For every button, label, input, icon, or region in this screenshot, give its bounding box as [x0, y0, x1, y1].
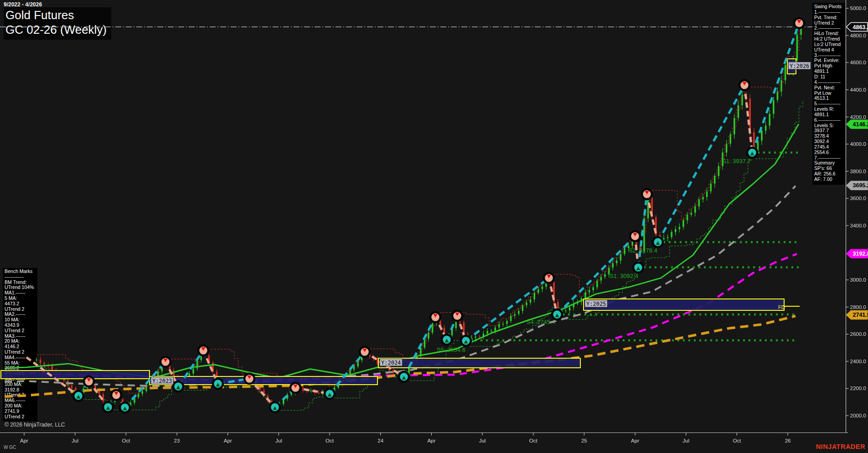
- price-tick-label: 2600.0: [850, 331, 866, 337]
- swing-pivots-line: Lo:2 UTrend: [814, 42, 845, 47]
- chart-canvas[interactable]: S1: 3937.7S2: 3278.4S1: 3092.4S4: 2745.4…: [0, 0, 868, 453]
- swing-pivots-line: 6.--------------: [814, 118, 845, 123]
- price-tick-label: 4000.0: [850, 141, 866, 147]
- copyright-text: © 2026 NinjaTrader, LLC: [5, 422, 65, 428]
- price-tick-label: 3800.0: [850, 169, 866, 174]
- price-tick-label: 5000.0: [850, 5, 866, 11]
- support-level-label: S1: 3937.7: [722, 158, 751, 165]
- time-tick-label: Jul: [479, 438, 486, 443]
- time-tick-label: 24: [377, 438, 383, 443]
- trail-stop-line: [36, 16, 803, 393]
- price-tick-label: 3600.0: [850, 196, 866, 201]
- price-badge-value: 3192.8: [853, 251, 868, 257]
- time-tick-label: Oct: [122, 438, 130, 443]
- time-tick-label: Oct: [733, 438, 741, 443]
- swing-up-leg: [466, 278, 549, 341]
- time-axis-labels[interactable]: AprJulOct23AprJulOct24AprJulOct25AprJulO…: [20, 433, 790, 443]
- ma-line: [5, 316, 796, 396]
- swing-pivots-line: 2554.6: [814, 150, 845, 155]
- price-tick-label: 4200.0: [850, 114, 866, 120]
- price-badge-value: 3695.2: [853, 182, 868, 189]
- time-tick-label: Apr: [224, 438, 232, 443]
- swing-pivots-panel: Swing Pivots1.--------------Pvt. Trend:U…: [812, 3, 845, 185]
- support-level-label: S2: 3278.4: [629, 247, 657, 254]
- time-tick-label: Jul: [275, 438, 282, 443]
- price-tick-label: 3400.0: [850, 223, 866, 228]
- swing-pivots-line: UTrend 4: [814, 47, 845, 53]
- swing-pivots-line: Pvt. Trend:: [814, 15, 845, 21]
- year-box-label: Y:2025: [586, 301, 606, 307]
- time-tick-label: Apr: [20, 438, 28, 443]
- price-tick-label: 2200.0: [850, 386, 866, 391]
- year-box[interactable]: [584, 299, 784, 310]
- support-level-label: S1: 3092.4: [610, 273, 638, 279]
- year-box-label: Y:2023: [152, 378, 172, 384]
- time-tick-label: Jul: [682, 438, 689, 443]
- price-tick-label: 4600.0: [850, 60, 866, 65]
- candlesticks: [36, 21, 802, 408]
- instrument-tag: W GC: [4, 445, 16, 450]
- time-tick-label: Oct: [529, 438, 538, 443]
- time-tick-label: Apr: [631, 438, 639, 443]
- swing-pivots-line: AF: 7.00: [814, 177, 845, 182]
- ninjatrader-logo: NINJATRADER: [816, 443, 865, 450]
- year-box-label: Y:2024: [381, 360, 401, 366]
- swing-pivots-line: 4891.1: [814, 112, 845, 118]
- swing-down-leg: [744, 85, 752, 153]
- swing-pivots-line: Pvt. Next:: [814, 85, 845, 91]
- price-tick-label: 3000.0: [850, 277, 866, 283]
- price-tick-label: 4400.0: [850, 87, 866, 93]
- time-tick-label: Oct: [326, 438, 334, 443]
- price-axis-labels[interactable]: 5000.04800.04600.04400.04200.04000.03800…: [846, 5, 866, 418]
- year-range-boxes: [1, 59, 796, 385]
- time-tick-label: 25: [581, 438, 587, 443]
- year-box[interactable]: [1, 371, 150, 379]
- time-tick-label: 23: [174, 438, 180, 443]
- price-tick-label: 4800.0: [850, 33, 866, 38]
- price-tick-label: 2400.0: [850, 359, 866, 364]
- ma-line: [5, 124, 799, 378]
- fd-label: FD: [778, 304, 785, 310]
- ma-line: [5, 186, 796, 386]
- price-badge-value: 4146.2: [853, 121, 868, 128]
- time-tick-label: Apr: [427, 438, 435, 443]
- year-box-label: Y:2026: [790, 63, 809, 69]
- price-tick-label: 2000.0: [850, 413, 866, 418]
- price-badge-value: 4863.2: [853, 24, 868, 31]
- swing-up-leg: [638, 194, 647, 268]
- swing-pivots-line: 2745.4: [814, 144, 845, 150]
- price-badge-value: 2741.9: [853, 312, 868, 318]
- price-tick-label: 2800.0: [850, 304, 866, 310]
- chart-window: { "header": { "range_label": "9/2022 - 4…: [0, 0, 868, 453]
- swing-pivots-line: 1.--------------: [814, 10, 845, 15]
- time-tick-label: 26: [785, 438, 791, 443]
- time-tick-label: Jul: [72, 438, 78, 443]
- swing-pivots-line: 4.--------------: [814, 80, 845, 85]
